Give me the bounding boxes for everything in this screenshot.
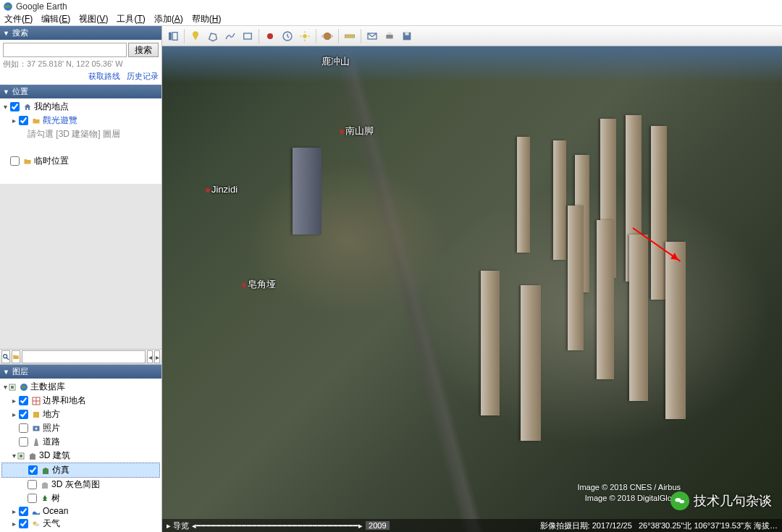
next-button[interactable]: ▸ — [154, 350, 160, 363]
svg-rect-30 — [386, 35, 392, 38]
layer-trees[interactable]: 树 — [1, 491, 160, 505]
expand-icon[interactable]: ▾ — [1, 103, 9, 111]
expand-icon[interactable]: ▸ — [10, 520, 17, 528]
checkbox[interactable] — [10, 102, 20, 111]
checkbox[interactable] — [28, 465, 38, 475]
checkbox[interactable] — [19, 410, 28, 419]
expand-icon[interactable]: ▸ — [10, 397, 17, 405]
search-places-icon[interactable] — [1, 350, 10, 363]
menu-file[interactable]: 文件(F) — [4, 13, 33, 25]
sidebar-toggle-icon[interactable] — [165, 28, 181, 44]
map-toolbar — [162, 26, 782, 46]
search-input[interactable] — [3, 43, 127, 57]
svg-point-26 — [324, 32, 332, 40]
email-icon[interactable] — [364, 28, 380, 44]
layer-realistic[interactable]: 仿真 — [1, 463, 160, 478]
map-viewport[interactable]: 鹿冲山 南山脚 Jinzidi 皂角垭 Image © 2018 CNES / … — [162, 26, 782, 532]
sidebar: ▼ 搜索 搜索 例如：37 25.818' N, 122 05.36' W 获取… — [0, 26, 162, 532]
menu-bar: 文件(F) 编辑(E) 视图(V) 工具(T) 添加(A) 帮助(H) — [0, 13, 782, 26]
svg-rect-16 — [169, 32, 172, 40]
places-panel: ▾ 我的地点 ▸ 觀光遊覽 請勾選 [3D 建築物] 圖層 临时位置 — [0, 98, 161, 184]
expand-icon[interactable]: ▾ — [1, 383, 9, 391]
layers-panel-header[interactable]: ▼ 图层 — [0, 365, 161, 379]
prev-button[interactable]: ◂ — [147, 350, 153, 363]
planet-icon[interactable] — [319, 28, 335, 44]
save-image-icon[interactable] — [399, 28, 415, 44]
get-directions-link[interactable]: 获取路线 — [88, 72, 120, 80]
expand-icon[interactable]: ▸ — [10, 117, 17, 124]
search-panel-header[interactable]: ▼ 搜索 — [0, 26, 161, 40]
tree-row-tour-hint: 請勾選 [3D 建築物] 圖層 — [1, 127, 160, 141]
checkbox[interactable] — [10, 156, 20, 166]
layer-3d-buildings[interactable]: ▾ 3D 建筑 — [1, 449, 160, 463]
checkbox[interactable] — [19, 116, 28, 125]
tree-row-my-places[interactable]: ▾ 我的地点 — [1, 100, 160, 114]
search-button[interactable]: 搜索 — [128, 43, 159, 57]
checkbox[interactable] — [19, 396, 28, 405]
layer-borders[interactable]: ▸ 边界和地名 — [1, 394, 160, 408]
checkbox[interactable] — [19, 423, 28, 433]
svg-point-21 — [303, 34, 306, 38]
collapse-icon: ▼ — [3, 30, 9, 37]
tree-icon — [40, 494, 50, 504]
expand-icon[interactable]: ▸ — [10, 507, 17, 515]
expand-icon[interactable]: ▸ — [10, 410, 17, 418]
checkbox[interactable] — [28, 494, 37, 503]
history-icon[interactable] — [279, 28, 295, 44]
checkbox[interactable] — [19, 519, 28, 528]
wechat-icon — [670, 491, 689, 510]
folder-icon[interactable] — [12, 350, 20, 363]
tree-row-temp[interactable]: 临时位置 — [1, 154, 160, 168]
imagery-attribution: Image © 2018 CNES / Airbus Image © 2018 … — [577, 482, 681, 503]
status-bar: ▸ 导览 ◂━━━━━━━━━━━━━━━━━━━━━━━━━━━━━━━━▸ … — [162, 519, 782, 532]
ruler-icon[interactable] — [342, 28, 358, 44]
menu-tools[interactable]: 工具(T) — [117, 13, 145, 25]
layer-weather[interactable]: ▸ 天气 — [1, 517, 160, 531]
svg-line-2 — [7, 358, 9, 360]
print-icon[interactable] — [382, 28, 398, 44]
svg-point-14 — [35, 523, 40, 526]
home-icon — [22, 102, 33, 112]
collapse-icon: ▼ — [3, 368, 9, 376]
svg-rect-4 — [11, 386, 14, 389]
layer-roads[interactable]: 道路 — [1, 435, 160, 449]
search-panel-title: 搜索 — [12, 28, 28, 38]
layer-ocean[interactable]: ▸ Ocean — [1, 505, 160, 517]
sun-icon[interactable] — [297, 28, 313, 44]
weather-icon — [31, 519, 41, 529]
checkbox[interactable] — [28, 480, 37, 489]
layer-photos[interactable]: 照片 — [1, 421, 160, 435]
menu-add[interactable]: 添加(A) — [154, 13, 183, 25]
checkbox[interactable] — [19, 437, 28, 447]
layer-primary-db[interactable]: ▾ 主数据库 — [1, 380, 160, 394]
satellite-imagery[interactable]: 鹿冲山 南山脚 Jinzidi 皂角垭 Image © 2018 CNES / … — [162, 46, 782, 532]
svg-rect-18 — [244, 33, 252, 39]
overlay-icon[interactable] — [240, 28, 256, 44]
app-icon — [3, 1, 13, 12]
polygon-icon[interactable] — [205, 28, 221, 44]
expand-icon[interactable]: ▾ — [10, 452, 17, 460]
history-link[interactable]: 历史记录 — [127, 72, 159, 80]
record-tour-icon[interactable] — [262, 28, 278, 44]
svg-rect-12 — [20, 455, 22, 457]
places-toolbar: ◂ ▸ — [0, 349, 161, 365]
places-panel-header[interactable]: ▼ 位置 — [0, 85, 161, 98]
imagery-date: 影像拍摄日期: 2017/12/25 — [540, 521, 632, 530]
title-bar: Google Earth — [0, 0, 782, 13]
tour-guide-button[interactable]: ▸ 导览 — [167, 520, 189, 531]
map-label-nanshan: 南山脚 — [340, 124, 374, 138]
layer-places[interactable]: ▸ 地方 — [1, 408, 160, 421]
path-icon[interactable] — [222, 28, 238, 44]
svg-point-1 — [4, 355, 7, 358]
app-title: Google Earth — [16, 1, 67, 12]
placemark-icon[interactable] — [188, 28, 203, 44]
layer-gray3d[interactable]: 3D 灰色简图 — [1, 478, 160, 491]
watermark: 技术几句杂谈 — [670, 491, 772, 510]
menu-view[interactable]: 视图(V) — [79, 13, 108, 25]
svg-rect-17 — [172, 32, 177, 40]
places-filter-input[interactable] — [22, 350, 146, 363]
tree-row-tour[interactable]: ▸ 觀光遊覽 — [1, 114, 160, 127]
menu-help[interactable]: 帮助(H) — [192, 13, 222, 25]
menu-edit[interactable]: 编辑(E) — [41, 13, 70, 25]
checkbox[interactable] — [19, 507, 28, 516]
